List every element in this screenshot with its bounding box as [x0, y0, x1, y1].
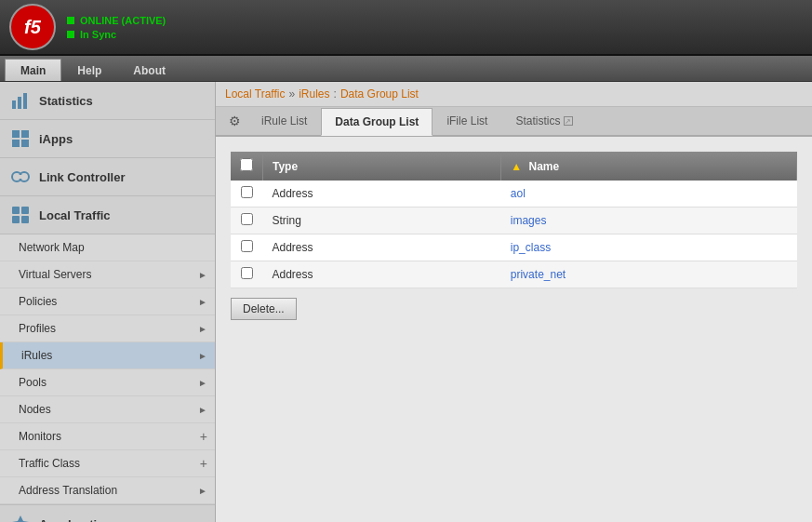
data-group-table: Type ▲ Name Address aol String images — [231, 152, 797, 288]
row-checkbox-cell — [231, 181, 263, 207]
svg-rect-3 — [12, 130, 20, 138]
sidebar-item-link-controller[interactable]: Link Controller — [0, 158, 215, 196]
link-icon — [9, 166, 32, 188]
svg-rect-2 — [23, 93, 27, 109]
status-sync-text: In Sync — [80, 29, 116, 40]
content-area: Local Traffic » iRules : Data Group List… — [216, 82, 812, 522]
chart-icon — [9, 89, 32, 112]
breadcrumb-local-traffic[interactable]: Local Traffic — [225, 87, 285, 100]
tab-ifile-list[interactable]: iFile List — [433, 107, 501, 135]
arrow-icon: ► — [198, 405, 207, 415]
tab-bar: ⚙ iRule List Data Group List iFile List … — [216, 107, 812, 137]
row-checkbox-cell — [231, 207, 263, 234]
svg-rect-13 — [21, 216, 29, 223]
arrow-icon: ► — [198, 297, 207, 307]
sidebar-link-controller-label: Link Controller — [39, 170, 125, 184]
table-area: Type ▲ Name Address aol String images — [216, 137, 812, 335]
row-name-link-2[interactable]: ip_class — [511, 241, 551, 254]
nav-tabs: Main Help About — [0, 56, 812, 82]
nav-tab-main[interactable]: Main — [5, 59, 61, 81]
row-type-2: Address — [263, 234, 501, 261]
tab-data-group-list[interactable]: Data Group List — [321, 108, 433, 136]
delete-button[interactable]: Delete... — [231, 298, 297, 320]
sidebar-sub-traffic-class[interactable]: Traffic Class + — [0, 450, 215, 477]
sidebar-iapps-label: iApps — [39, 132, 73, 146]
grid-icon — [9, 127, 32, 150]
sidebar-sub-network-map[interactable]: Network Map — [0, 234, 215, 261]
svg-rect-9 — [17, 175, 24, 179]
arrow-icon: ► — [198, 270, 207, 280]
table-row: String images — [231, 207, 797, 234]
sidebar-sub-address-translation[interactable]: Address Translation ► — [0, 477, 215, 504]
sidebar-sub-monitors[interactable]: Monitors + — [0, 423, 215, 450]
status-dot-sync — [67, 31, 74, 38]
sidebar: Statistics iApps — [0, 82, 216, 522]
arrow-icon: ► — [198, 378, 207, 388]
row-checkbox-0[interactable] — [241, 186, 253, 198]
svg-rect-11 — [21, 207, 29, 214]
sidebar-item-acceleration[interactable]: Acceleration — [0, 504, 215, 522]
select-all-checkbox[interactable] — [240, 158, 253, 171]
tab-irule-list[interactable]: iRule List — [247, 107, 321, 135]
gear-button[interactable]: ⚙ — [221, 108, 247, 134]
sidebar-item-local-traffic[interactable]: Local Traffic — [0, 196, 215, 234]
row-type-1: String — [263, 207, 501, 234]
row-checkbox-1[interactable] — [241, 213, 253, 225]
tab-statistics[interactable]: Statistics ↗ — [501, 107, 587, 135]
status-online-line: ONLINE (ACTIVE) — [67, 15, 166, 26]
row-name-link-0[interactable]: aol — [511, 187, 526, 200]
svg-marker-14 — [12, 515, 29, 522]
header-checkbox — [231, 152, 263, 181]
row-checkbox-2[interactable] — [241, 240, 253, 252]
breadcrumb-sep-1: » — [288, 87, 295, 100]
nav-tab-about[interactable]: About — [117, 59, 181, 81]
svg-rect-6 — [21, 140, 29, 147]
row-name-link-1[interactable]: images — [511, 214, 547, 227]
sidebar-sub-irules[interactable]: iRules ► — [0, 342, 215, 369]
row-name-3: private_net — [501, 261, 797, 288]
header-name[interactable]: ▲ Name — [501, 152, 797, 181]
row-name-1: images — [501, 207, 797, 234]
svg-rect-10 — [12, 207, 20, 214]
table-row: Address ip_class — [231, 234, 797, 261]
tab-external-icon: ↗ — [564, 116, 573, 126]
header: f5 ONLINE (ACTIVE) In Sync — [0, 0, 812, 56]
sort-arrow-icon: ▲ — [511, 160, 522, 173]
status-sync-line: In Sync — [67, 29, 166, 40]
sidebar-sub-pools[interactable]: Pools ► — [0, 369, 215, 396]
svg-rect-0 — [12, 100, 16, 109]
table-header-row: Type ▲ Name — [231, 152, 797, 181]
row-type-0: Address — [263, 181, 501, 207]
row-checkbox-cell — [231, 234, 263, 261]
row-name-link-3[interactable]: private_net — [511, 268, 566, 281]
sidebar-sub-virtual-servers[interactable]: Virtual Servers ► — [0, 261, 215, 288]
sidebar-local-traffic-label: Local Traffic — [39, 208, 111, 222]
sidebar-sub-nodes[interactable]: Nodes ► — [0, 396, 215, 423]
sidebar-acceleration-label: Acceleration — [39, 517, 112, 523]
nav-tab-help[interactable]: Help — [61, 59, 117, 81]
arrow-icon: ► — [198, 486, 207, 496]
table-row: Address aol — [231, 181, 797, 207]
svg-rect-4 — [21, 130, 29, 138]
sidebar-item-statistics[interactable]: Statistics — [0, 82, 215, 120]
status-dot-online — [67, 17, 74, 24]
status-area: ONLINE (ACTIVE) In Sync — [67, 15, 166, 40]
sidebar-sub-policies[interactable]: Policies ► — [0, 288, 215, 315]
sidebar-item-iapps[interactable]: iApps — [0, 120, 215, 158]
accel-icon — [9, 513, 32, 522]
arrow-icon: ► — [198, 324, 207, 334]
svg-rect-1 — [18, 97, 21, 109]
breadcrumb-current: Data Group List — [340, 87, 419, 100]
status-online-text: ONLINE (ACTIVE) — [80, 15, 166, 26]
header-type[interactable]: Type — [263, 152, 501, 181]
sidebar-sub-profiles[interactable]: Profiles ► — [0, 315, 215, 342]
breadcrumb-irules[interactable]: iRules — [299, 87, 329, 100]
breadcrumb: Local Traffic » iRules : Data Group List — [216, 82, 812, 107]
row-name-0: aol — [501, 181, 797, 207]
plus-icon[interactable]: + — [200, 429, 207, 444]
table-body: Address aol String images Address ip_cla… — [231, 181, 797, 288]
row-checkbox-cell — [231, 261, 263, 288]
row-name-2: ip_class — [501, 234, 797, 261]
row-checkbox-3[interactable] — [241, 267, 253, 279]
plus-icon[interactable]: + — [200, 456, 207, 471]
